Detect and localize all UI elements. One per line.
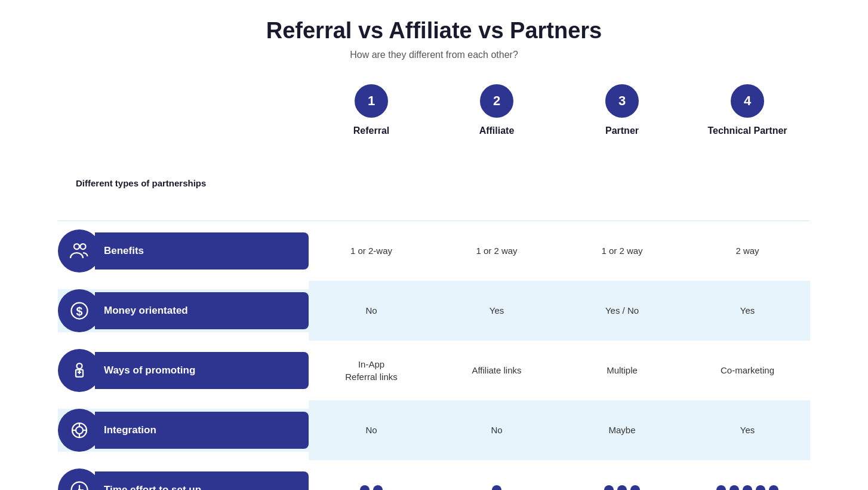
effort-dot (492, 485, 501, 490)
svg-point-8 (76, 427, 83, 434)
row-icon-benefits (58, 229, 101, 272)
cell-3-0: No (309, 400, 434, 460)
data-rows: Benefits 1 or 2-way1 or 2 way1 or 2 way2… (58, 221, 810, 490)
col-title-2: Affiliate (479, 125, 515, 137)
circle-num-4: 4 (731, 84, 764, 118)
cell-3-1: No (434, 400, 559, 460)
comparison-table: 1 Referral 2 Affiliate 3 Partner 4 Techn… (58, 84, 810, 490)
effort-dot (360, 485, 370, 490)
row-label-text-0: Benefits (95, 232, 309, 270)
row-label-text-4: Time effort to set up (95, 471, 309, 490)
svg-point-1 (81, 244, 86, 249)
row-label-2: Ways of promoting (58, 349, 309, 392)
cell-4-1 (434, 460, 559, 490)
header-col-4: 4 Technical Partner (685, 84, 810, 146)
effort-dot (730, 485, 739, 490)
header-col-2: 2 Affiliate (434, 84, 559, 146)
subheader-label: Different types of partnerships (58, 154, 309, 213)
cell-2-1: Affiliate links (434, 341, 559, 400)
page-container: Referral vs Affiliate vs Partners How ar… (46, 0, 822, 490)
subheader-row: Different types of partnerships (58, 146, 810, 221)
cell-1-0: No (309, 281, 434, 341)
col-title-1: Referral (353, 125, 389, 137)
svg-text:$: $ (76, 304, 83, 317)
header-col-3: 3 Partner (559, 84, 685, 146)
cell-4-2 (559, 460, 685, 490)
cell-1-1: Yes (434, 281, 559, 341)
dots-container (492, 485, 501, 490)
cell-2-0: In-App Referral links (309, 341, 434, 400)
svg-point-4 (77, 363, 82, 369)
row-label-3: Integration (58, 409, 309, 452)
row-label-0: Benefits (58, 229, 309, 272)
cell-2-2: Multiple (559, 341, 685, 400)
row-label-1: $ Money orientated (58, 289, 309, 332)
table-row: Benefits 1 or 2-way1 or 2 way1 or 2 way2… (58, 221, 810, 281)
cell-3-3: Yes (685, 400, 810, 460)
col-title-3: Partner (605, 125, 639, 137)
dots-container (716, 485, 778, 490)
table-row: Integration NoNoMaybeYes (58, 400, 810, 460)
cell-0-0: 1 or 2-way (309, 221, 434, 281)
row-label-text-1: Money orientated (95, 292, 309, 329)
effort-dot (756, 485, 765, 490)
effort-dot (743, 485, 752, 490)
cell-4-0 (309, 460, 434, 490)
cell-0-3: 2 way (685, 221, 810, 281)
subheader-col-2 (434, 154, 559, 213)
cell-2-3: Co-marketing (685, 341, 810, 400)
table-row: $ Money orientated NoYesYes / NoYes (58, 281, 810, 341)
cell-1-3: Yes (685, 281, 810, 341)
subheader-col-1 (309, 154, 434, 213)
table-row: Time effort to set up (58, 460, 810, 490)
col-title-4: Technical Partner (707, 125, 787, 137)
circle-num-2: 2 (480, 84, 513, 118)
page-subtitle: How are they different from each other? (58, 50, 810, 60)
row-icon-promoting (58, 349, 101, 392)
table-row: Ways of promoting In-App Referral linksA… (58, 341, 810, 400)
row-icon-integration (58, 409, 101, 452)
page-title: Referral vs Affiliate vs Partners (58, 18, 810, 44)
row-icon-money: $ (58, 289, 101, 332)
effort-dot (617, 485, 627, 490)
effort-dot (769, 485, 778, 490)
cell-0-2: 1 or 2 way (559, 221, 685, 281)
circle-num-1: 1 (355, 84, 388, 118)
svg-point-0 (74, 244, 79, 249)
header-row: 1 Referral 2 Affiliate 3 Partner 4 Techn… (58, 84, 810, 146)
cell-4-3 (685, 460, 810, 490)
subheader-col-4 (685, 154, 810, 213)
row-label-text-3: Integration (95, 412, 309, 449)
cell-0-1: 1 or 2 way (434, 221, 559, 281)
subheader-col-3 (559, 154, 685, 213)
row-label-text-2: Ways of promoting (95, 352, 309, 389)
dots-container (604, 485, 640, 490)
row-label-4: Time effort to set up (58, 468, 309, 490)
dots-container (360, 485, 383, 490)
effort-dot (373, 485, 383, 490)
header-col-1: 1 Referral (309, 84, 434, 146)
cell-1-2: Yes / No (559, 281, 685, 341)
effort-dot (604, 485, 614, 490)
circle-num-3: 3 (605, 84, 639, 118)
effort-dot (630, 485, 640, 490)
cell-3-2: Maybe (559, 400, 685, 460)
effort-dot (716, 485, 726, 490)
